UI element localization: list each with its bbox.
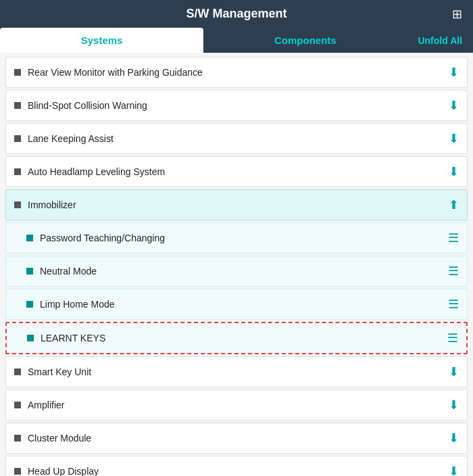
list-icon[interactable]: ☰ (447, 331, 458, 346)
upload-icon[interactable]: ⬆ (449, 197, 459, 212)
item-square-icon (14, 368, 21, 375)
grid-icon[interactable]: ⊞ (452, 7, 462, 22)
item-text: Blind-Spot Collision Warning (28, 100, 147, 111)
tab-bar: Systems Components Unfold All (0, 28, 473, 53)
item-label: Password Teaching/Changing (26, 233, 165, 243)
list-item-head-up[interactable]: Head Up Display ⬇ (5, 456, 468, 476)
list-item-blind-spot[interactable]: Blind-Spot Collision Warning ⬇ (5, 90, 468, 121)
list-item-smart-key[interactable]: Smart Key Unit ⬇ (5, 356, 468, 387)
download-icon[interactable]: ⬇ (449, 65, 459, 80)
item-square-icon (14, 435, 21, 442)
item-text: LEARNT KEYS (41, 333, 105, 343)
download-icon[interactable]: ⬇ (449, 464, 459, 476)
item-label: Smart Key Unit (14, 366, 91, 377)
item-label: Blind-Spot Collision Warning (14, 100, 147, 111)
list-item-immobilizer[interactable]: Immobilizer ⬆ (5, 189, 468, 220)
item-square-icon (26, 268, 33, 275)
list-item-auto-headlamp[interactable]: Auto Headlamp Leveling System ⬇ (5, 156, 468, 187)
list-item-neutral-mode[interactable]: Neutral Mode ☰ (5, 256, 468, 287)
item-label: Limp Home Mode (26, 299, 115, 310)
item-label: Cluster Module (14, 433, 91, 444)
item-text: Auto Headlamp Leveling System (28, 166, 165, 177)
item-label: Auto Headlamp Leveling System (14, 166, 165, 177)
item-label: LEARNT KEYS (27, 333, 105, 343)
item-label: Immobilizer (14, 199, 76, 210)
list-icon[interactable]: ☰ (448, 264, 459, 279)
list-item-cluster-module[interactable]: Cluster Module ⬇ (5, 423, 468, 454)
item-label: Lane Keeping Assist (14, 133, 114, 144)
item-square-icon (14, 468, 21, 475)
item-square-icon (14, 102, 21, 109)
unfold-all-button[interactable]: Unfold All (407, 28, 473, 53)
download-icon[interactable]: ⬇ (449, 164, 459, 179)
item-text: Rear View Monitor with Parking Guidance (28, 67, 203, 78)
systems-list: Rear View Monitor with Parking Guidance … (0, 53, 473, 476)
item-square-icon (26, 235, 33, 241)
list-item-password-teaching[interactable]: Password Teaching/Changing ☰ (5, 222, 468, 254)
item-square-icon (14, 135, 21, 142)
item-square-icon (14, 168, 21, 175)
list-icon[interactable]: ☰ (448, 231, 459, 245)
list-item-learnt-keys[interactable]: LEARNT KEYS ☰ (5, 322, 468, 354)
download-icon[interactable]: ⬇ (449, 98, 459, 113)
item-label: Head Up Display (14, 466, 99, 476)
item-text: Amplifier (28, 400, 64, 410)
item-square-icon (14, 402, 21, 408)
item-text: Cluster Module (28, 433, 91, 444)
item-label: Neutral Mode (26, 266, 97, 277)
item-text: Lane Keeping Assist (28, 133, 114, 144)
app-title: S/W Management (186, 7, 287, 21)
download-icon[interactable]: ⬇ (449, 398, 459, 412)
item-text: Head Up Display (28, 466, 99, 476)
item-square-icon (14, 69, 21, 76)
tab-components[interactable]: Components (203, 28, 407, 53)
item-square-icon (27, 335, 34, 341)
download-icon[interactable]: ⬇ (449, 364, 459, 379)
list-item-amplifier[interactable]: Amplifier ⬇ (5, 389, 468, 421)
list-item-lane-keeping[interactable]: Lane Keeping Assist ⬇ (5, 123, 468, 154)
item-label: Amplifier (14, 400, 64, 410)
item-label: Rear View Monitor with Parking Guidance (14, 67, 203, 78)
list-item-limp-home[interactable]: Limp Home Mode ☰ (5, 289, 468, 320)
item-text: Password Teaching/Changing (40, 233, 165, 243)
list-icon[interactable]: ☰ (448, 297, 459, 312)
app-header: S/W Management ⊞ (0, 0, 473, 28)
download-icon[interactable]: ⬇ (449, 431, 459, 446)
item-text: Immobilizer (28, 199, 76, 210)
list-item-rear-view[interactable]: Rear View Monitor with Parking Guidance … (5, 57, 468, 88)
tab-systems[interactable]: Systems (0, 28, 203, 53)
item-text: Neutral Mode (40, 266, 97, 277)
item-square-icon (26, 301, 33, 308)
item-square-icon (14, 201, 21, 208)
item-text: Smart Key Unit (28, 366, 91, 377)
download-icon[interactable]: ⬇ (449, 131, 459, 146)
item-text: Limp Home Mode (40, 299, 115, 310)
